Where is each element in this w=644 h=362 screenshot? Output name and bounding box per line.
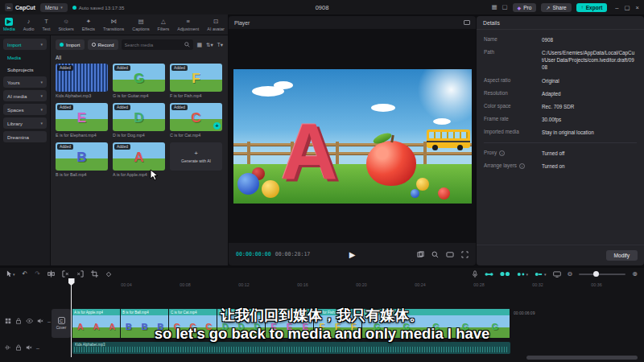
fullscreen-icon[interactable] xyxy=(461,251,469,258)
zoom-in-button[interactable]: ⊕ xyxy=(632,270,638,278)
media-item[interactable]: Added Kids Alphabet.mp3 xyxy=(56,64,108,98)
select-tool-button[interactable]: ▾ xyxy=(6,270,15,278)
lock-icon[interactable] xyxy=(15,318,22,324)
audio-thumbnail[interactable]: Added xyxy=(56,64,108,92)
play-button[interactable]: ▶ xyxy=(349,250,356,259)
media-item[interactable]: Added F F is for Fish.mp4 xyxy=(170,64,222,98)
media-item[interactable]: Added C + C is for Cat.mp4 xyxy=(170,103,222,138)
media-item[interactable]: Added G G is for Guitar.mp4 xyxy=(113,64,165,98)
panel-layout-icon[interactable]: ▢ xyxy=(502,4,508,10)
all-filter[interactable]: All xyxy=(56,55,223,60)
keyframe-icon[interactable] xyxy=(105,271,112,278)
timeline-horizontal-scrollbar[interactable] xyxy=(526,356,638,360)
timeline-ruler[interactable]: 00:04 00:08 00:12 00:16 00:20 00:24 00:2… xyxy=(50,280,644,290)
waveform-icon[interactable] xyxy=(5,344,11,351)
video-thumbnail[interactable]: Added A xyxy=(113,142,165,171)
auto-snap-toggle[interactable]: ▾ xyxy=(517,271,529,278)
info-icon[interactable]: i xyxy=(519,163,525,169)
tab-transitions[interactable]: ⋈ Transitions xyxy=(103,18,124,31)
tab-audio[interactable]: ♪ Audio xyxy=(23,18,35,31)
preview-zoom-icon[interactable] xyxy=(431,251,439,258)
modify-button[interactable]: Modify xyxy=(606,250,638,261)
player-options-icon[interactable] xyxy=(464,20,470,25)
export-button[interactable]: ↑ Export xyxy=(576,3,608,12)
playhead[interactable] xyxy=(71,278,72,357)
tab-media[interactable]: ▶ Media xyxy=(3,18,15,31)
collapse-track-icon[interactable]: – xyxy=(36,345,39,351)
sidebar-item-library[interactable]: Library ▾ xyxy=(3,117,47,129)
tab-adjustment[interactable]: ≡ Adjustment xyxy=(177,18,199,31)
media-item[interactable]: Added A A is for Apple.mp4 xyxy=(113,142,165,177)
record-button[interactable]: Record xyxy=(88,39,118,50)
search-input[interactable] xyxy=(125,43,183,47)
voiceover-mic-icon[interactable] xyxy=(472,270,478,278)
video-thumbnail[interactable]: Added B xyxy=(56,142,108,171)
sidebar-item-subprojects[interactable]: Subprojects xyxy=(3,64,47,74)
tab-filters[interactable]: △ Filters xyxy=(158,18,170,31)
tab-effects[interactable]: ✦ Effects xyxy=(82,18,95,31)
add-to-timeline-icon[interactable]: + xyxy=(213,122,221,130)
color-compare-icon[interactable] xyxy=(417,251,424,258)
details-panel: Details Name 0908 Path C:/Users/Enemies/… xyxy=(477,16,644,265)
search-box[interactable] xyxy=(122,39,194,50)
track-thumbnail-icon[interactable] xyxy=(5,318,11,324)
video-thumbnail[interactable]: Added G xyxy=(113,64,165,92)
share-button[interactable]: ↗ Share xyxy=(541,3,571,12)
sidebar-item-ai-media[interactable]: AI media ▾ xyxy=(3,90,47,101)
slider-knob[interactable] xyxy=(593,271,599,277)
collapse-track-icon[interactable]: – xyxy=(47,319,51,324)
info-icon[interactable]: i xyxy=(499,150,505,156)
sidebar-item-import[interactable]: Import ▾ xyxy=(3,39,47,50)
lock-icon[interactable] xyxy=(15,344,22,351)
track-options-toggle[interactable]: ▾ xyxy=(535,271,547,278)
tab-stickers[interactable]: ☺ Stickers xyxy=(58,18,73,31)
menu-button[interactable]: Menu ▾ xyxy=(40,3,68,12)
sidebar-item-dreamina[interactable]: Dreamina xyxy=(3,131,47,142)
restore-button[interactable]: ▢ xyxy=(625,4,630,11)
zoom-out-button[interactable]: ⊖ xyxy=(568,270,573,278)
sort-icon[interactable]: ⇅▾ xyxy=(206,42,213,48)
crop-icon[interactable] xyxy=(91,270,98,278)
sidebar-item-media[interactable]: Media xyxy=(3,52,47,62)
audio-track-clip[interactable]: Kids Alphabet.mp3 xyxy=(72,342,510,354)
close-button[interactable]: × xyxy=(636,4,639,11)
grid-view-icon[interactable]: ▦ xyxy=(196,42,202,48)
cover-button[interactable]: C Cover xyxy=(52,309,71,338)
pro-button[interactable]: ◆ Pro xyxy=(513,3,537,12)
video-thumbnail[interactable]: Added D xyxy=(113,103,165,131)
media-item[interactable]: Added D D is for Dog.mp4 xyxy=(113,103,165,138)
filter-type-icon[interactable]: T▾ xyxy=(217,42,223,48)
video-thumbnail[interactable]: Added F xyxy=(170,64,222,92)
delete-right-icon[interactable] xyxy=(76,270,84,278)
redo-button[interactable]: ↷ xyxy=(35,270,40,278)
layout-toggle-icon[interactable]: ▦ xyxy=(491,4,497,10)
media-item[interactable]: Added B B is for Ball.mp4 xyxy=(56,142,108,177)
timeline-clip[interactable]: A is for Apple.mp4 A A A xyxy=(72,309,121,338)
video-thumbnail[interactable]: Added E xyxy=(56,103,108,131)
video-thumbnail[interactable]: Added C + xyxy=(170,103,222,131)
mouse-cursor xyxy=(150,169,159,181)
split-icon[interactable] xyxy=(47,270,55,278)
delete-left-icon[interactable] xyxy=(62,270,69,278)
detail-row-aspect-ratio: Aspect ratio Original xyxy=(484,77,637,84)
sidebar-item-spaces[interactable]: Spaces ▾ xyxy=(3,104,47,115)
media-item[interactable]: Added E E is for Elephant.mp4 xyxy=(56,103,108,138)
preview-quality-icon[interactable] xyxy=(553,271,561,278)
timeline-zoom-slider[interactable] xyxy=(579,274,625,275)
generate-with-ai-button[interactable]: + Generate with AI xyxy=(170,142,222,171)
hide-eye-icon[interactable] xyxy=(26,318,33,324)
mute-speaker-icon[interactable] xyxy=(37,318,43,324)
tab-ai-avatar[interactable]: ⊡ AI avatar xyxy=(207,18,225,31)
import-button[interactable]: Import xyxy=(56,39,85,50)
magnet-snap-toggle[interactable] xyxy=(485,271,493,278)
chevron-down-icon: ▾ xyxy=(40,42,43,47)
sidebar-item-yours[interactable]: Yours ▾ xyxy=(3,76,47,88)
transitions-icon: ⋈ xyxy=(110,18,117,26)
mute-speaker-icon[interactable] xyxy=(26,344,32,351)
link-toggle[interactable] xyxy=(500,270,510,278)
undo-button[interactable]: ↶ xyxy=(23,270,28,278)
minimize-button[interactable]: – xyxy=(615,4,618,11)
tab-text[interactable]: T Text xyxy=(43,18,51,31)
tab-captions[interactable]: ▤ Captions xyxy=(132,18,149,31)
ratio-icon[interactable] xyxy=(446,251,454,258)
